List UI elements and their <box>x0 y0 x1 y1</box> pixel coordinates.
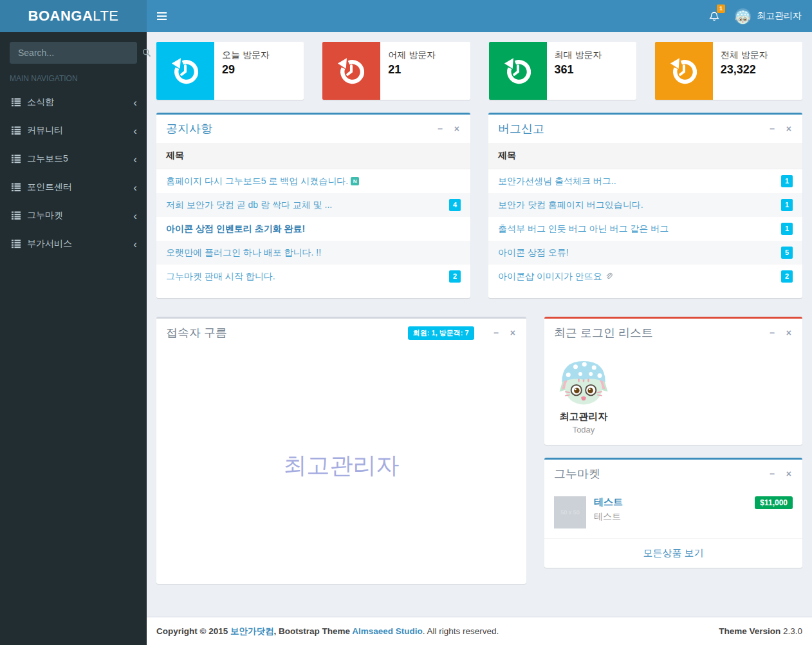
login-user-card[interactable]: 최고관리자 Today <box>554 355 613 435</box>
close-button[interactable]: × <box>785 468 793 480</box>
bug-item[interactable]: 보안가선생님 출석체크 버그.. 1 <box>488 169 802 193</box>
notices-panel: 공지사항 − × 제목 홈페이지 다시 그누보드5 로 백업 시켰습니다. N <box>156 113 470 298</box>
logo[interactable]: BOANGALTE <box>0 0 147 32</box>
info-box-value: 361 <box>555 63 602 77</box>
comment-count-badge: 1 <box>781 175 793 187</box>
collapse-button[interactable]: − <box>768 468 776 480</box>
recent-login-title: 최근 로그인 리스트 <box>554 325 653 341</box>
list-icon <box>12 98 27 107</box>
notice-item[interactable]: 그누마켓 판매 시작 합니다. 2 <box>156 265 470 288</box>
collapse-button[interactable]: − <box>492 327 500 339</box>
notice-item[interactable]: 저희 보안가 닷컴 곧 db 랑 싹다 교체 및 ... 4 <box>156 193 470 217</box>
info-box: 오늘 방문자 29 <box>156 42 304 100</box>
bug-item[interactable]: 아이콘샵 이미지가 안뜨요 2 <box>488 265 802 288</box>
copyright-text: Copyright © 2015 보안가닷컴, Bootstrap Theme … <box>156 626 499 637</box>
new-post-icon: N <box>351 177 359 185</box>
sidebar-toggle-button[interactable] <box>147 0 176 32</box>
info-box-value: 21 <box>388 63 436 77</box>
comment-count-badge: 2 <box>449 270 461 282</box>
market-panel: 그누마켓 − × 50 x 50 테스트 테스트 $11,000 모든상품 보기 <box>544 458 802 568</box>
page-footer: Copyright © 2015 보안가닷컴, Bootstrap Theme … <box>147 617 812 645</box>
main-content: 오늘 방문자 29 어제 방문자 21 최대 방문자 <box>147 32 812 617</box>
panels-row: 공지사항 − × 제목 홈페이지 다시 그누보드5 로 백업 시켰습니다. N <box>156 113 802 298</box>
sidebar-menu-item[interactable]: 소식함 ‹ <box>0 88 147 117</box>
sidebar-menu-item[interactable]: 커뮤니티 ‹ <box>0 117 147 145</box>
close-button[interactable]: × <box>785 327 793 339</box>
bug-item-text: 아이콘샵 이미지가 안뜨요 <box>498 271 602 283</box>
close-button[interactable]: × <box>453 123 461 135</box>
navbar: 1 최고관리자 <box>147 0 812 32</box>
visitors-cloud-header: 접속자 구름 회원: 1, 방문객: 7 − × <box>156 319 526 347</box>
collapse-button[interactable]: − <box>768 327 776 339</box>
comment-count-badge: 2 <box>781 270 793 282</box>
info-box-icon-area <box>655 42 713 100</box>
notice-item-text: 아이콘 상점 인벤토리 초기화 완료! <box>166 223 305 235</box>
bug-item[interactable]: 보안가 닷컴 홈페이지 버그있습니다. 1 <box>488 193 802 217</box>
cloud-visitor-name[interactable]: 최고관리자 <box>284 450 400 481</box>
notice-item[interactable]: 아이콘 상점 인벤토리 초기화 완료! <box>156 217 470 241</box>
user-menu[interactable]: 최고관리자 <box>728 0 812 32</box>
info-box-content: 어제 방문자 21 <box>380 42 442 100</box>
notices-panel-title[interactable]: 공지사항 <box>166 121 212 136</box>
visitors-cloud-panel: 접속자 구름 회원: 1, 방문객: 7 − × 최고관리자 <box>156 317 526 584</box>
history-icon <box>171 56 200 86</box>
bug-item[interactable]: 출석부 버그 인듯 버그 아닌 버그 같은 버그 1 <box>488 217 802 241</box>
notification-badge: 1 <box>717 5 725 13</box>
lower-row: 접속자 구름 회원: 1, 방문객: 7 − × 최고관리자 최근 로그인 리스… <box>156 317 802 584</box>
bug-list: 보안가선생님 출석체크 버그.. 1 보안가 닷컴 홈페이지 버그있습니다. 1… <box>488 169 802 298</box>
info-box-icon-area <box>322 42 380 100</box>
top-header: BOANGALTE 1 최고관리자 <box>0 0 812 32</box>
visitors-cloud-body: 최고관리자 <box>156 347 526 584</box>
visitor-stats-badge: 회원: 1, 방문객: 7 <box>408 326 474 340</box>
sidebar-item-label: 그누보드5 <box>27 153 68 165</box>
notice-item[interactable]: 오랫만에 플러그인 하나 배포 합니다. !! <box>156 241 470 265</box>
studio-link[interactable]: Almsaeed Studio <box>352 626 423 636</box>
search-input[interactable] <box>10 42 142 63</box>
comment-count-badge: 1 <box>781 223 793 234</box>
market-panel-header: 그누마켓 − × <box>544 460 802 488</box>
sidebar-menu-item[interactable]: 부가서비스 ‹ <box>0 230 147 258</box>
logo-bold: BOANGA <box>28 8 93 24</box>
comment-count-badge: 4 <box>449 199 461 210</box>
collapse-button[interactable]: − <box>768 123 776 135</box>
sidebar-menu-item[interactable]: 포인트센터 ‹ <box>0 173 147 201</box>
notifications-button[interactable]: 1 <box>700 0 728 32</box>
chevron-left-icon: ‹ <box>133 239 137 250</box>
bug-item[interactable]: 아이콘 상점 오류! 5 <box>488 241 802 265</box>
sidebar-item-label: 그누마켓 <box>27 210 63 221</box>
bug-item-text: 출석부 버그 인듯 버그 아닌 버그 같은 버그 <box>498 223 669 235</box>
list-icon <box>12 239 27 248</box>
notices-panel-header: 공지사항 − × <box>156 115 470 143</box>
login-time: Today <box>554 425 613 435</box>
chevron-left-icon: ‹ <box>133 210 137 221</box>
sidebar-menu-item[interactable]: 그누마켓 ‹ <box>0 201 147 230</box>
close-button[interactable]: × <box>785 123 793 135</box>
product-name-link[interactable]: 테스트 <box>594 496 623 507</box>
chevron-left-icon: ‹ <box>133 154 137 165</box>
bug-item-text: 보안가 닷컴 홈페이지 버그있습니다. <box>498 200 643 211</box>
sidebar-menu-item[interactable]: 그누보드5 ‹ <box>0 145 147 173</box>
bug-reports-panel-title[interactable]: 버그신고 <box>498 121 544 136</box>
bug-reports-panel: 버그신고 − × 제목 보안가선생님 출석체크 버그.. 1 보안가 <box>488 113 802 298</box>
product-info: 테스트 테스트 <box>594 496 623 523</box>
comment-count-badge: 1 <box>781 199 793 210</box>
collapse-button[interactable]: − <box>436 123 444 135</box>
right-column: 최근 로그인 리스트 − × 최고관리자 Today 그누마켓 <box>544 317 802 568</box>
close-button[interactable]: × <box>509 327 517 339</box>
chevron-left-icon: ‹ <box>133 126 137 136</box>
list-icon <box>12 211 27 220</box>
info-box: 전체 방문자 23,322 <box>655 42 802 100</box>
notice-item-text: 오랫만에 플러그인 하나 배포 합니다. !! <box>166 247 321 259</box>
notice-item[interactable]: 홈페이지 다시 그누보드5 로 백업 시켰습니다. N <box>156 169 470 193</box>
info-box-content: 전체 방문자 23,322 <box>713 42 775 100</box>
bug-item-text: 아이콘 상점 오류! <box>498 247 569 259</box>
product-item: 50 x 50 테스트 테스트 $11,000 <box>544 488 802 538</box>
user-name: 최고관리자 <box>757 10 802 22</box>
notice-item-text: 홈페이지 다시 그누보드5 로 백업 시켰습니다. <box>166 176 348 187</box>
info-box-row: 오늘 방문자 29 어제 방문자 21 최대 방문자 <box>156 42 802 100</box>
product-description: 테스트 <box>594 511 623 523</box>
list-icon <box>12 154 27 164</box>
info-box-icon-area <box>489 42 547 100</box>
company-link[interactable]: 보안가닷컴 <box>230 626 274 636</box>
view-all-products-link[interactable]: 모든상품 보기 <box>643 547 703 558</box>
